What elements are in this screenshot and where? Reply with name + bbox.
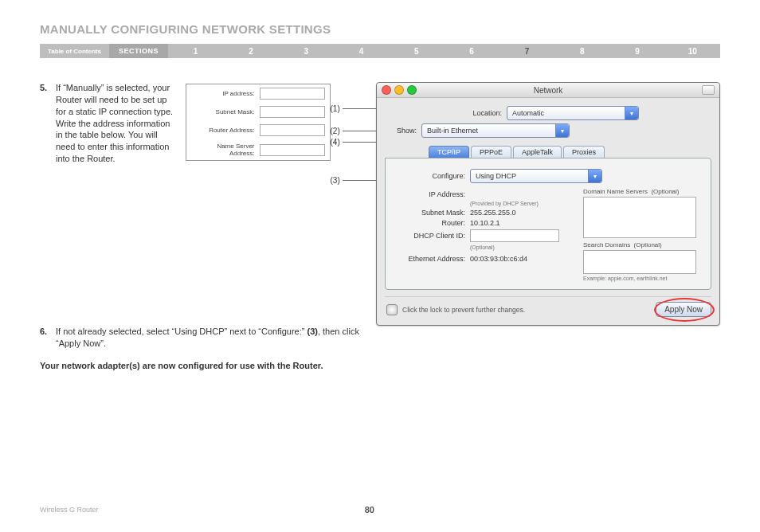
step-6: 6. If not already selected, select “Usin… [40, 326, 374, 350]
section-3[interactable]: 3 [279, 44, 334, 58]
section-9[interactable]: 9 [609, 44, 664, 58]
dns-optional: (Optional) [651, 188, 679, 195]
sd-example: Example: apple.com, earthlink.net [583, 276, 703, 281]
step-6-text: If not already selected, select “Using D… [56, 326, 374, 350]
cfg-router-label: Router Address: [191, 127, 260, 134]
cfg-ns-label: Name Server Address: [191, 143, 260, 157]
cfg-ip-label: IP address: [191, 90, 260, 97]
sd-field[interactable] [583, 250, 696, 274]
tab-proxies[interactable]: Proxies [563, 146, 605, 158]
step-6-number: 6. [40, 326, 56, 350]
cfg-router-field[interactable] [260, 124, 325, 136]
configure-select[interactable]: Using DHCP ▾ [470, 169, 602, 183]
tcpip-panel: Configure: Using DHCP ▾ IP Address: (Pro… [385, 158, 711, 290]
eth-label: Ethernet Address: [394, 255, 470, 263]
callout-1: (1) [331, 104, 382, 113]
section-1[interactable]: 1 [168, 44, 223, 58]
cfg-ns-field[interactable] [260, 144, 325, 156]
window-title: Network [377, 86, 719, 95]
chevron-down-icon: ▾ [625, 107, 638, 119]
location-value: Automatic [512, 109, 544, 117]
eth-value: 00:03:93:0b:c6:d4 [470, 255, 577, 263]
show-select[interactable]: Built-in Ethernet ▾ [421, 123, 570, 138]
section-10[interactable]: 10 [665, 44, 720, 58]
tab-tcpip[interactable]: TCP/IP [429, 146, 469, 158]
sections-label: SECTIONS [109, 44, 168, 58]
step-5-text: If “Manually” is selected, your Router w… [56, 82, 178, 165]
chevron-down-icon: ▾ [555, 124, 569, 137]
cfg-ip-field[interactable] [260, 88, 325, 100]
location-select[interactable]: Automatic ▾ [507, 106, 639, 120]
subnet-label: Subnet Mask: [394, 209, 470, 217]
configure-value: Using DHCP [476, 172, 516, 180]
page-footer: Wireless G Router 80 [40, 505, 720, 514]
product-name: Wireless G Router [40, 506, 99, 514]
dhcp-field[interactable] [470, 229, 559, 242]
apply-now-button[interactable]: Apply Now [656, 302, 711, 317]
configure-label: Configure: [394, 172, 470, 180]
tab-pppoe[interactable]: PPPoE [471, 146, 511, 158]
network-window: Network Location: Automatic ▾ Show: [376, 82, 720, 326]
section-4[interactable]: 4 [334, 44, 389, 58]
config-table: IP address: Subnet Mask: Router Address:… [186, 84, 331, 161]
toolbar-toggle-icon[interactable] [702, 85, 715, 95]
cfg-subnet-field[interactable] [260, 106, 325, 118]
section-8[interactable]: 8 [554, 44, 609, 58]
tab-bar: TCP/IP PPPoE AppleTalk Proxies [429, 146, 711, 158]
router-label: Router: [394, 219, 470, 227]
section-7[interactable]: 7 [499, 44, 554, 58]
dns-field[interactable] [583, 197, 696, 238]
router-value: 10.10.2.1 [470, 219, 577, 227]
dhcp-label: DHCP Client ID: [394, 232, 470, 240]
tab-appletalk[interactable]: AppleTalk [513, 146, 562, 158]
dhcp-hint: (Optional) [394, 244, 577, 250]
sd-head: Search Domains [583, 241, 630, 248]
step-5: 5. If “Manually” is selected, your Route… [40, 82, 178, 165]
show-value: Built-in Ethernet [427, 127, 478, 135]
section-5[interactable]: 5 [389, 44, 444, 58]
page-title: MANUALLY CONFIGURING NETWORK SETTINGS [40, 22, 720, 36]
toc-link[interactable]: Table of Contents [40, 44, 109, 58]
chevron-down-icon: ▾ [588, 170, 601, 182]
show-label: Show: [385, 127, 421, 135]
location-label: Location: [457, 109, 507, 117]
lock-text: Click the lock to prevent further change… [402, 306, 656, 314]
section-6[interactable]: 6 [444, 44, 499, 58]
window-footer: Click the lock to prevent further change… [385, 296, 711, 317]
sd-optional: (Optional) [634, 241, 662, 248]
page-number: 80 [99, 505, 641, 514]
callout-2: (2) [331, 127, 382, 135]
dns-head: Domain Name Servers [583, 188, 648, 195]
lock-icon[interactable] [386, 304, 398, 315]
section-2[interactable]: 2 [223, 44, 278, 58]
cfg-subnet-label: Subnet Mask: [191, 108, 260, 115]
section-nav-bar: Table of Contents SECTIONS 1 2 3 4 5 6 7… [40, 44, 720, 58]
ip-hint: (Provided by DHCP Server) [394, 201, 577, 206]
ip-label: IP Address: [394, 190, 470, 198]
conclusion-text: Your network adapter(s) are now configur… [40, 361, 374, 370]
window-titlebar: Network [377, 83, 719, 98]
subnet-value: 255.255.255.0 [470, 209, 577, 217]
step-5-number: 5. [40, 82, 56, 165]
